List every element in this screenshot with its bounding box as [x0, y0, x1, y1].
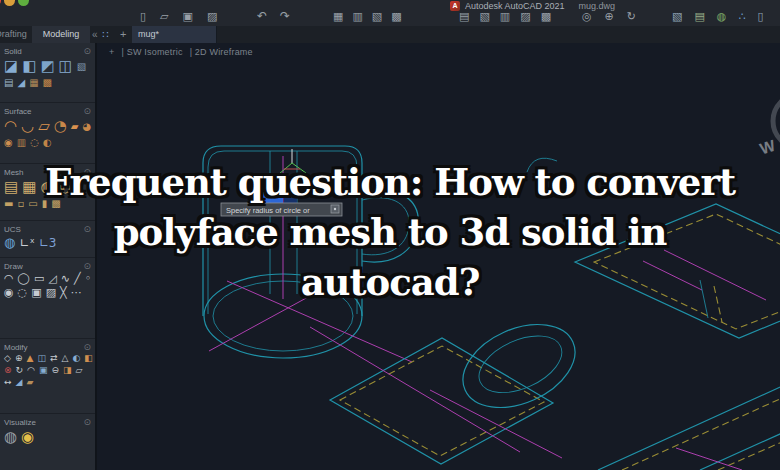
offset-icon[interactable]: ⊖	[51, 366, 59, 376]
surface-blend-icon[interactable]: ▰	[71, 121, 79, 132]
panel-options-icon[interactable]: ⊙	[83, 342, 91, 352]
page-setup-icon[interactable]: ▧	[372, 10, 382, 23]
new-file-icon[interactable]: ▯	[140, 10, 146, 23]
new-drawing-tab-button[interactable]: +	[120, 26, 126, 43]
light-icon[interactable]: ◉	[21, 429, 34, 446]
panel-title: Modify	[4, 343, 28, 352]
title-bar: A Autodesk AutoCAD 2021 mug.dwg ▯▱▣▨ ↶↷ …	[0, 0, 780, 27]
insert-block-icon[interactable]: ▤	[459, 10, 469, 23]
array-icon[interactable]: ⇄	[50, 354, 58, 364]
surface-patch-icon[interactable]: ◔	[54, 118, 67, 135]
box-icon[interactable]: ◪	[4, 58, 18, 75]
rotate-icon[interactable]: ▲	[26, 354, 33, 364]
extrude-icon[interactable]: ◧	[22, 58, 36, 75]
surface-offset-icon[interactable]: ◕	[83, 121, 92, 132]
slice-solid-icon[interactable]: ◢	[16, 378, 23, 388]
chamfer-icon[interactable]: ◧	[84, 354, 93, 364]
viewport-visual-style-control[interactable]: | 2D Wireframe	[190, 47, 253, 57]
undo-icon[interactable]: ↶	[257, 10, 267, 23]
lengthen-icon[interactable]: ↔	[4, 378, 12, 388]
extend-icon[interactable]: ▣	[39, 366, 48, 376]
panel-options-icon[interactable]: ⊙	[83, 106, 91, 116]
toolbar-print-group: ▦▥▧▩	[333, 10, 402, 23]
surface-loft-icon[interactable]: ◡	[21, 118, 34, 135]
toolbar-history-group: ↶↷	[257, 10, 290, 23]
trim-icon[interactable]: ◠	[27, 366, 35, 376]
panel-title: Visualize	[4, 418, 36, 427]
properties-icon[interactable]: ▩	[541, 10, 551, 23]
close-window-button[interactable]	[0, 0, 1, 6]
file-tab-mug[interactable]: mug*	[132, 26, 217, 43]
collapse-tabs-icon[interactable]: «	[92, 26, 98, 43]
intersect-icon[interactable]: ▤	[4, 77, 13, 88]
autocad-logo-icon: A	[450, 1, 460, 11]
workspace-tab-drafting[interactable]: Drafting	[0, 26, 36, 43]
panel-options-icon[interactable]: ⊙	[83, 46, 91, 56]
panel-surface: Surface⊙ ◠◡▱◔▰◕◉▥◌◐	[0, 103, 95, 164]
plot-settings-icon[interactable]: ▩	[391, 10, 401, 23]
export-icon[interactable]: ▨	[520, 10, 530, 23]
viewport-menu-button[interactable]: +	[109, 47, 114, 57]
panel-options-icon[interactable]: ⊙	[83, 417, 91, 427]
layers-icon[interactable]: ▧	[672, 10, 682, 23]
save-icon[interactable]: ▣	[183, 10, 193, 23]
mirror-icon[interactable]: ◫	[37, 354, 46, 364]
slice-icon[interactable]: ◢	[17, 77, 25, 88]
refresh-icon[interactable]: ◍	[717, 10, 727, 23]
subtract-icon[interactable]: ▧	[77, 61, 86, 72]
surface-trim-icon[interactable]: ▥	[17, 137, 26, 148]
open-folder-icon[interactable]: ▱	[160, 10, 168, 23]
pan-icon[interactable]: ⊕	[605, 10, 614, 23]
fillet-edge-icon[interactable]: ▩	[43, 77, 52, 88]
headline-line-2: polyface mesh to 3d solid in	[0, 207, 780, 257]
headline-overlay: Frequent question: How to convert polyfa…	[0, 157, 780, 307]
measure-icon[interactable]: ▤	[694, 10, 704, 23]
workspace-tab-modeling[interactable]: Modeling	[32, 26, 90, 43]
viewport-view-control[interactable]: | SW Isometric	[121, 47, 182, 57]
stretch-icon[interactable]: ◨	[63, 366, 72, 376]
toolbar-file-group: ▯▱▣▨	[140, 10, 217, 23]
surface-untrim-icon[interactable]: ◌	[30, 137, 39, 148]
rotate-3d-icon[interactable]: ↻	[16, 366, 24, 376]
toolbar-tools-group: ▧▤◍∴▯	[672, 10, 763, 23]
viewport-controls: + | SW Isometric | 2D Wireframe	[109, 47, 253, 57]
zoom-icon[interactable]: ◎	[582, 10, 592, 23]
attach-reference-icon[interactable]: ▧	[479, 10, 489, 23]
layout-grid-icon[interactable]: ∷	[102, 26, 108, 43]
align-3d-icon[interactable]: ◇	[4, 354, 11, 364]
surface-sculpt-icon[interactable]: ◐	[43, 137, 52, 148]
move-icon[interactable]: ⊕	[15, 354, 23, 364]
minimize-window-button[interactable]	[4, 0, 15, 6]
headline-line-1: Frequent question: How to convert	[0, 157, 780, 207]
panel-solid: Solid⊙ ◪◧◩◫▧▤◢▦▩	[0, 43, 95, 103]
document-title-text: mug.dwg	[579, 1, 616, 11]
panel-modify: Modify⊙ ◇⊕▲◫⇄△◐◧⊗↻◠▣⊖◨▱↔◢▰	[0, 339, 95, 414]
surface-network-icon[interactable]: ◠	[4, 118, 17, 135]
headline-line-3: autocad?	[0, 257, 780, 307]
explode-icon[interactable]: ▱	[76, 366, 83, 376]
materials-icon[interactable]: ◍	[4, 429, 17, 446]
tab-bar: Drafting Modeling « ∷ + mug*	[0, 26, 780, 43]
print-icon[interactable]: ▦	[333, 10, 343, 23]
panel-title: Surface	[4, 107, 32, 116]
shell-icon[interactable]: ▦	[29, 77, 38, 88]
save-as-icon[interactable]: ▨	[207, 10, 217, 23]
erase-icon[interactable]: ⊗	[4, 366, 12, 376]
group-icon[interactable]: ∴	[738, 10, 745, 23]
surface-fillet-icon[interactable]: ◉	[4, 137, 13, 148]
presspull-icon[interactable]: ◫	[59, 58, 73, 75]
zoom-window-button[interactable]	[18, 0, 29, 6]
sheet-set-icon[interactable]: ▯	[757, 10, 763, 23]
orbit-icon[interactable]: ↻	[627, 10, 636, 23]
union-icon[interactable]: ◩	[40, 58, 54, 75]
fillet-icon[interactable]: ◐	[72, 354, 80, 364]
redo-icon[interactable]: ↷	[280, 10, 290, 23]
app-title-text: Autodesk AutoCAD 2021	[465, 1, 565, 11]
print-preview-icon[interactable]: ▥	[352, 10, 362, 23]
import-icon[interactable]: ▥	[500, 10, 510, 23]
sweep-icon[interactable]: ▰	[26, 378, 33, 388]
scale-icon[interactable]: △	[61, 354, 68, 364]
surface-planar-icon[interactable]: ▱	[38, 118, 50, 135]
toolbar-navigate-group: ◎⊕↻	[582, 10, 636, 23]
panel-title: Solid	[4, 47, 22, 56]
